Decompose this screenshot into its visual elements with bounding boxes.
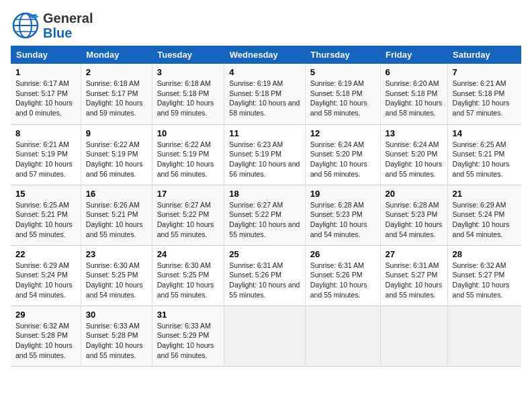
- day-number: 2: [86, 67, 147, 77]
- day-info: Sunrise: 6:18 AM Sunset: 5:17 PM Dayligh…: [86, 79, 147, 118]
- day-info: Sunrise: 6:26 AM Sunset: 5:21 PM Dayligh…: [86, 200, 147, 240]
- day-number: 18: [229, 189, 300, 199]
- day-number: 19: [310, 189, 375, 199]
- day-number: 6: [386, 67, 443, 77]
- day-number: 26: [310, 249, 375, 259]
- calendar-cell: 6 Sunrise: 6:20 AM Sunset: 5:18 PM Dayli…: [380, 64, 447, 124]
- calendar-cell: 28 Sunrise: 6:32 AM Sunset: 5:27 PM Dayl…: [447, 245, 521, 306]
- day-number: 4: [229, 67, 300, 77]
- day-number: 8: [15, 128, 76, 138]
- day-info: Sunrise: 6:21 AM Sunset: 5:19 PM Dayligh…: [15, 140, 76, 179]
- calendar-cell: 13 Sunrise: 6:24 AM Sunset: 5:20 PM Dayl…: [380, 124, 447, 185]
- day-header-saturday: Saturday: [447, 46, 521, 64]
- page-header: General Blue: [11, 11, 521, 40]
- day-info: Sunrise: 6:30 AM Sunset: 5:25 PM Dayligh…: [157, 261, 220, 300]
- day-info: Sunrise: 6:27 AM Sunset: 5:22 PM Dayligh…: [157, 200, 220, 240]
- day-number: 3: [157, 67, 220, 77]
- calendar-cell: 29 Sunrise: 6:32 AM Sunset: 5:28 PM Dayl…: [11, 306, 81, 366]
- calendar-cell: 2 Sunrise: 6:18 AM Sunset: 5:17 PM Dayli…: [81, 64, 152, 124]
- calendar-cell: 19 Sunrise: 6:28 AM Sunset: 5:23 PM Dayl…: [305, 185, 380, 245]
- calendar-cell: 21 Sunrise: 6:29 AM Sunset: 5:24 PM Dayl…: [447, 185, 521, 245]
- calendar-cell: 11 Sunrise: 6:23 AM Sunset: 5:19 PM Dayl…: [224, 124, 305, 185]
- day-number: 15: [15, 189, 76, 199]
- day-info: Sunrise: 6:31 AM Sunset: 5:26 PM Dayligh…: [310, 261, 375, 300]
- day-header-wednesday: Wednesday: [224, 46, 305, 64]
- calendar-cell: 9 Sunrise: 6:22 AM Sunset: 5:19 PM Dayli…: [81, 124, 152, 185]
- day-number: 10: [157, 128, 220, 138]
- day-number: 21: [453, 189, 517, 199]
- calendar-week-row: 1 Sunrise: 6:17 AM Sunset: 5:17 PM Dayli…: [11, 64, 521, 124]
- day-info: Sunrise: 6:33 AM Sunset: 5:28 PM Dayligh…: [86, 321, 147, 361]
- day-info: Sunrise: 6:22 AM Sunset: 5:19 PM Dayligh…: [86, 140, 147, 179]
- day-info: Sunrise: 6:19 AM Sunset: 5:18 PM Dayligh…: [229, 79, 300, 118]
- day-number: 7: [453, 67, 517, 77]
- calendar-cell: 23 Sunrise: 6:30 AM Sunset: 5:25 PM Dayl…: [81, 245, 152, 306]
- day-info: Sunrise: 6:31 AM Sunset: 5:26 PM Dayligh…: [229, 261, 300, 300]
- day-number: 11: [229, 128, 300, 138]
- calendar-week-row: 8 Sunrise: 6:21 AM Sunset: 5:19 PM Dayli…: [11, 124, 521, 185]
- logo-blue: Blue: [43, 26, 93, 40]
- day-number: 27: [386, 249, 443, 259]
- calendar-cell: 5 Sunrise: 6:19 AM Sunset: 5:18 PM Dayli…: [305, 64, 380, 124]
- day-number: 29: [15, 310, 76, 320]
- day-info: Sunrise: 6:28 AM Sunset: 5:23 PM Dayligh…: [386, 200, 443, 240]
- day-number: 25: [229, 249, 300, 259]
- calendar-cell: [447, 306, 521, 366]
- calendar-table: SundayMondayTuesdayWednesdayThursdayFrid…: [11, 46, 521, 367]
- day-info: Sunrise: 6:32 AM Sunset: 5:28 PM Dayligh…: [15, 321, 76, 361]
- calendar-cell: 17 Sunrise: 6:27 AM Sunset: 5:22 PM Dayl…: [152, 185, 224, 245]
- day-info: Sunrise: 6:28 AM Sunset: 5:23 PM Dayligh…: [310, 200, 375, 240]
- day-info: Sunrise: 6:24 AM Sunset: 5:20 PM Dayligh…: [310, 140, 375, 179]
- calendar-cell: [224, 306, 305, 366]
- calendar-week-row: 22 Sunrise: 6:29 AM Sunset: 5:24 PM Dayl…: [11, 245, 521, 306]
- logo-general: General: [43, 11, 93, 26]
- day-number: 1: [15, 67, 76, 77]
- calendar-cell: 24 Sunrise: 6:30 AM Sunset: 5:25 PM Dayl…: [152, 245, 224, 306]
- day-number: 28: [453, 249, 517, 259]
- day-header-tuesday: Tuesday: [152, 46, 224, 64]
- day-number: 22: [15, 249, 76, 259]
- calendar-cell: 8 Sunrise: 6:21 AM Sunset: 5:19 PM Dayli…: [11, 124, 81, 185]
- day-number: 12: [310, 128, 375, 138]
- day-number: 23: [86, 249, 147, 259]
- day-info: Sunrise: 6:20 AM Sunset: 5:18 PM Dayligh…: [386, 79, 443, 118]
- day-info: Sunrise: 6:24 AM Sunset: 5:20 PM Dayligh…: [386, 140, 443, 179]
- day-info: Sunrise: 6:32 AM Sunset: 5:27 PM Dayligh…: [453, 261, 517, 300]
- day-number: 13: [386, 128, 443, 138]
- day-header-thursday: Thursday: [305, 46, 380, 64]
- calendar-cell: 4 Sunrise: 6:19 AM Sunset: 5:18 PM Dayli…: [224, 64, 305, 124]
- calendar-cell: 16 Sunrise: 6:26 AM Sunset: 5:21 PM Dayl…: [81, 185, 152, 245]
- calendar-cell: 10 Sunrise: 6:22 AM Sunset: 5:19 PM Dayl…: [152, 124, 224, 185]
- calendar-body: 1 Sunrise: 6:17 AM Sunset: 5:17 PM Dayli…: [11, 64, 521, 366]
- logo: General Blue: [11, 11, 93, 40]
- calendar-cell: 27 Sunrise: 6:31 AM Sunset: 5:27 PM Dayl…: [380, 245, 447, 306]
- calendar-cell: 18 Sunrise: 6:27 AM Sunset: 5:22 PM Dayl…: [224, 185, 305, 245]
- day-info: Sunrise: 6:23 AM Sunset: 5:19 PM Dayligh…: [229, 140, 300, 179]
- day-info: Sunrise: 6:19 AM Sunset: 5:18 PM Dayligh…: [310, 79, 375, 118]
- day-number: 17: [157, 189, 220, 199]
- day-info: Sunrise: 6:33 AM Sunset: 5:29 PM Dayligh…: [157, 321, 220, 361]
- calendar-cell: [380, 306, 447, 366]
- calendar-cell: [305, 306, 380, 366]
- day-header-friday: Friday: [380, 46, 447, 64]
- day-info: Sunrise: 6:25 AM Sunset: 5:21 PM Dayligh…: [15, 200, 76, 240]
- day-number: 9: [86, 128, 147, 138]
- calendar-cell: 3 Sunrise: 6:18 AM Sunset: 5:18 PM Dayli…: [152, 64, 224, 124]
- calendar-cell: 22 Sunrise: 6:29 AM Sunset: 5:24 PM Dayl…: [11, 245, 81, 306]
- day-info: Sunrise: 6:30 AM Sunset: 5:25 PM Dayligh…: [86, 261, 147, 300]
- calendar-cell: 1 Sunrise: 6:17 AM Sunset: 5:17 PM Dayli…: [11, 64, 81, 124]
- day-info: Sunrise: 6:18 AM Sunset: 5:18 PM Dayligh…: [157, 79, 220, 118]
- calendar-cell: 26 Sunrise: 6:31 AM Sunset: 5:26 PM Dayl…: [305, 245, 380, 306]
- day-number: 30: [86, 310, 147, 320]
- calendar-cell: 25 Sunrise: 6:31 AM Sunset: 5:26 PM Dayl…: [224, 245, 305, 306]
- calendar-week-row: 29 Sunrise: 6:32 AM Sunset: 5:28 PM Dayl…: [11, 306, 521, 366]
- calendar-cell: 7 Sunrise: 6:21 AM Sunset: 5:18 PM Dayli…: [447, 64, 521, 124]
- calendar-cell: 15 Sunrise: 6:25 AM Sunset: 5:21 PM Dayl…: [11, 185, 81, 245]
- calendar-cell: 20 Sunrise: 6:28 AM Sunset: 5:23 PM Dayl…: [380, 185, 447, 245]
- day-info: Sunrise: 6:29 AM Sunset: 5:24 PM Dayligh…: [15, 261, 76, 300]
- calendar-cell: 12 Sunrise: 6:24 AM Sunset: 5:20 PM Dayl…: [305, 124, 380, 185]
- day-number: 14: [453, 128, 517, 138]
- day-number: 20: [386, 189, 443, 199]
- day-number: 24: [157, 249, 220, 259]
- day-header-sunday: Sunday: [11, 46, 81, 64]
